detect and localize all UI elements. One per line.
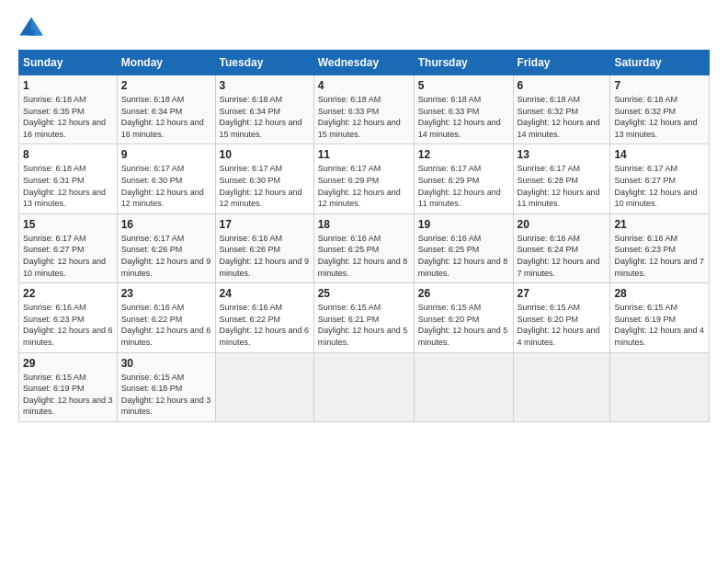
header xyxy=(18,15,710,40)
day-info: Sunrise: 6:16 AMSunset: 6:22 PMDaylight:… xyxy=(220,302,310,348)
day-info: Sunrise: 6:17 AMSunset: 6:30 PMDaylight:… xyxy=(220,163,310,209)
week-row-5: 29Sunrise: 6:15 AMSunset: 6:19 PMDayligh… xyxy=(19,352,710,421)
day-info: Sunrise: 6:15 AMSunset: 6:20 PMDaylight:… xyxy=(518,302,607,348)
day-info: Sunrise: 6:15 AMSunset: 6:20 PMDaylight:… xyxy=(418,302,509,348)
day-cell xyxy=(610,352,710,421)
day-info: Sunrise: 6:17 AMSunset: 6:29 PMDaylight:… xyxy=(318,163,410,209)
day-cell: 9Sunrise: 6:17 AMSunset: 6:30 PMDaylight… xyxy=(117,144,215,213)
day-number: 14 xyxy=(614,148,705,161)
day-info: Sunrise: 6:15 AMSunset: 6:19 PMDaylight:… xyxy=(23,372,113,418)
day-number: 5 xyxy=(418,79,509,92)
day-number: 27 xyxy=(518,287,607,300)
day-number: 11 xyxy=(318,148,410,161)
day-cell: 19Sunrise: 6:16 AMSunset: 6:25 PMDayligh… xyxy=(414,213,513,282)
calendar-body: 1Sunrise: 6:18 AMSunset: 6:35 PMDaylight… xyxy=(19,75,710,422)
day-info: Sunrise: 6:16 AMSunset: 6:25 PMDaylight:… xyxy=(318,233,410,279)
day-number: 23 xyxy=(121,287,211,300)
week-row-1: 1Sunrise: 6:18 AMSunset: 6:35 PMDaylight… xyxy=(19,75,710,144)
day-cell: 29Sunrise: 6:15 AMSunset: 6:19 PMDayligh… xyxy=(19,352,118,421)
day-cell: 7Sunrise: 6:18 AMSunset: 6:32 PMDaylight… xyxy=(610,75,710,144)
week-row-4: 22Sunrise: 6:16 AMSunset: 6:23 PMDayligh… xyxy=(19,283,710,352)
day-cell: 27Sunrise: 6:15 AMSunset: 6:20 PMDayligh… xyxy=(513,283,610,352)
day-cell xyxy=(313,352,414,421)
day-cell: 24Sunrise: 6:16 AMSunset: 6:22 PMDayligh… xyxy=(215,283,313,352)
day-info: Sunrise: 6:18 AMSunset: 6:33 PMDaylight:… xyxy=(418,94,509,140)
day-number: 20 xyxy=(518,218,607,231)
day-number: 3 xyxy=(220,79,310,92)
day-info: Sunrise: 6:16 AMSunset: 6:23 PMDaylight:… xyxy=(614,233,705,279)
day-number: 22 xyxy=(23,287,113,300)
day-info: Sunrise: 6:18 AMSunset: 6:34 PMDaylight:… xyxy=(220,94,310,140)
logo xyxy=(18,15,48,40)
logo-icon xyxy=(18,15,44,40)
day-cell: 17Sunrise: 6:16 AMSunset: 6:26 PMDayligh… xyxy=(215,213,313,282)
col-header-tuesday: Tuesday xyxy=(215,51,313,75)
day-number: 6 xyxy=(518,79,607,92)
day-cell xyxy=(215,352,313,421)
svg-rect-2 xyxy=(28,30,35,36)
day-info: Sunrise: 6:18 AMSunset: 6:31 PMDaylight:… xyxy=(23,163,113,209)
col-header-monday: Monday xyxy=(117,51,215,75)
day-cell: 12Sunrise: 6:17 AMSunset: 6:29 PMDayligh… xyxy=(414,144,513,213)
day-info: Sunrise: 6:18 AMSunset: 6:35 PMDaylight:… xyxy=(23,94,113,140)
day-info: Sunrise: 6:17 AMSunset: 6:27 PMDaylight:… xyxy=(614,163,705,209)
col-header-sunday: Sunday xyxy=(19,51,118,75)
day-number: 16 xyxy=(121,218,211,231)
day-cell xyxy=(414,352,513,421)
day-number: 12 xyxy=(418,148,509,161)
day-cell: 6Sunrise: 6:18 AMSunset: 6:32 PMDaylight… xyxy=(513,75,610,144)
day-cell: 18Sunrise: 6:16 AMSunset: 6:25 PMDayligh… xyxy=(313,213,414,282)
day-number: 26 xyxy=(418,287,509,300)
day-cell: 26Sunrise: 6:15 AMSunset: 6:20 PMDayligh… xyxy=(414,283,513,352)
day-info: Sunrise: 6:18 AMSunset: 6:32 PMDaylight:… xyxy=(614,94,705,140)
day-info: Sunrise: 6:16 AMSunset: 6:24 PMDaylight:… xyxy=(518,233,607,279)
day-number: 9 xyxy=(121,148,211,161)
day-number: 2 xyxy=(121,79,211,92)
day-cell: 3Sunrise: 6:18 AMSunset: 6:34 PMDaylight… xyxy=(215,75,313,144)
day-info: Sunrise: 6:18 AMSunset: 6:34 PMDaylight:… xyxy=(121,94,211,140)
day-cell: 1Sunrise: 6:18 AMSunset: 6:35 PMDaylight… xyxy=(19,75,118,144)
day-cell: 30Sunrise: 6:15 AMSunset: 6:18 PMDayligh… xyxy=(117,352,215,421)
col-header-wednesday: Wednesday xyxy=(313,51,414,75)
day-info: Sunrise: 6:15 AMSunset: 6:19 PMDaylight:… xyxy=(614,302,705,348)
day-cell: 10Sunrise: 6:17 AMSunset: 6:30 PMDayligh… xyxy=(215,144,313,213)
day-number: 30 xyxy=(121,357,211,370)
day-cell: 25Sunrise: 6:15 AMSunset: 6:21 PMDayligh… xyxy=(313,283,414,352)
col-header-friday: Friday xyxy=(513,51,610,75)
day-info: Sunrise: 6:17 AMSunset: 6:29 PMDaylight:… xyxy=(418,163,509,209)
day-cell: 5Sunrise: 6:18 AMSunset: 6:33 PMDaylight… xyxy=(414,75,513,144)
day-cell: 22Sunrise: 6:16 AMSunset: 6:23 PMDayligh… xyxy=(19,283,118,352)
day-number: 29 xyxy=(23,357,113,370)
day-cell: 23Sunrise: 6:16 AMSunset: 6:22 PMDayligh… xyxy=(117,283,215,352)
day-cell: 8Sunrise: 6:18 AMSunset: 6:31 PMDaylight… xyxy=(19,144,118,213)
day-number: 4 xyxy=(318,79,410,92)
day-number: 10 xyxy=(220,148,310,161)
day-cell: 14Sunrise: 6:17 AMSunset: 6:27 PMDayligh… xyxy=(610,144,710,213)
header-row: SundayMondayTuesdayWednesdayThursdayFrid… xyxy=(19,51,710,75)
day-info: Sunrise: 6:15 AMSunset: 6:21 PMDaylight:… xyxy=(318,302,410,348)
day-number: 13 xyxy=(518,148,607,161)
day-info: Sunrise: 6:17 AMSunset: 6:30 PMDaylight:… xyxy=(121,163,211,209)
day-info: Sunrise: 6:17 AMSunset: 6:26 PMDaylight:… xyxy=(121,233,211,279)
day-number: 19 xyxy=(418,218,509,231)
day-info: Sunrise: 6:16 AMSunset: 6:23 PMDaylight:… xyxy=(23,302,113,348)
day-cell: 16Sunrise: 6:17 AMSunset: 6:26 PMDayligh… xyxy=(117,213,215,282)
week-row-3: 15Sunrise: 6:17 AMSunset: 6:27 PMDayligh… xyxy=(19,213,710,282)
day-number: 17 xyxy=(220,218,310,231)
day-info: Sunrise: 6:16 AMSunset: 6:25 PMDaylight:… xyxy=(418,233,509,279)
week-row-2: 8Sunrise: 6:18 AMSunset: 6:31 PMDaylight… xyxy=(19,144,710,213)
col-header-thursday: Thursday xyxy=(414,51,513,75)
day-number: 15 xyxy=(23,218,113,231)
day-cell xyxy=(513,352,610,421)
day-info: Sunrise: 6:18 AMSunset: 6:33 PMDaylight:… xyxy=(318,94,410,140)
day-number: 7 xyxy=(614,79,705,92)
day-number: 8 xyxy=(23,148,113,161)
day-cell: 21Sunrise: 6:16 AMSunset: 6:23 PMDayligh… xyxy=(610,213,710,282)
day-info: Sunrise: 6:17 AMSunset: 6:27 PMDaylight:… xyxy=(23,233,113,279)
day-cell: 20Sunrise: 6:16 AMSunset: 6:24 PMDayligh… xyxy=(513,213,610,282)
day-cell: 4Sunrise: 6:18 AMSunset: 6:33 PMDaylight… xyxy=(313,75,414,144)
day-cell: 15Sunrise: 6:17 AMSunset: 6:27 PMDayligh… xyxy=(19,213,118,282)
calendar: SundayMondayTuesdayWednesdayThursdayFrid… xyxy=(18,50,710,422)
day-cell: 28Sunrise: 6:15 AMSunset: 6:19 PMDayligh… xyxy=(610,283,710,352)
day-info: Sunrise: 6:15 AMSunset: 6:18 PMDaylight:… xyxy=(121,372,211,418)
